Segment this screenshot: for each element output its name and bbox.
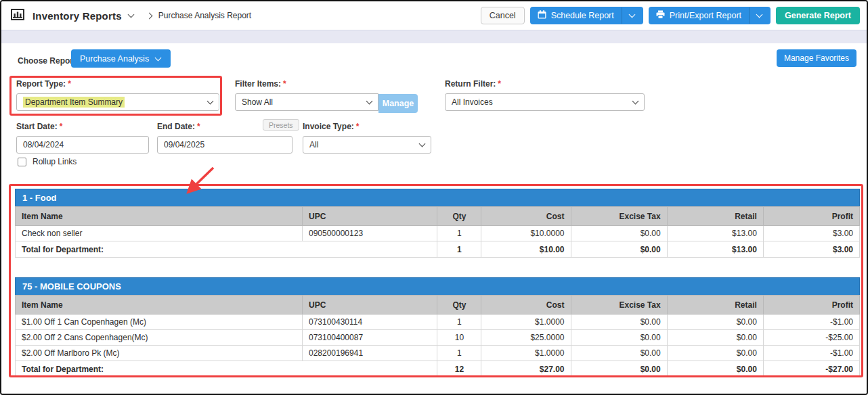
table-cell: -$1.00: [763, 346, 859, 361]
filter-items-select[interactable]: Show All: [235, 93, 378, 111]
generate-report-button[interactable]: Generate Report: [776, 7, 860, 24]
table-row: $2.00 Off Marlboro Pk (Mc)0282001969411$…: [16, 346, 860, 361]
column-header: Excise Tax: [571, 296, 667, 315]
column-header: Item Name: [16, 296, 303, 315]
total-label: Total for Department:: [16, 361, 437, 377]
table-cell: 1: [437, 226, 481, 241]
filter-items-value: Show All: [242, 97, 273, 107]
total-cell: $0.00: [571, 361, 667, 377]
department-table: Item NameUPCQtyCostExcise TaxRetailProfi…: [15, 295, 860, 377]
column-header: Profit: [763, 207, 859, 226]
required-marker: *: [197, 122, 200, 131]
column-header: Cost: [481, 207, 571, 226]
report-type-select[interactable]: Department Item Summary: [16, 93, 219, 111]
table-cell: 1: [437, 346, 481, 361]
report-picker-button[interactable]: Purchase Analysis: [71, 49, 171, 68]
invoice-type-select[interactable]: All: [303, 136, 431, 154]
table-cell: $0.00: [667, 330, 763, 346]
total-cell: 12: [437, 361, 481, 377]
department-total-row: Total for Department:12$27.00$0.00$0.00-…: [16, 361, 860, 377]
top-bar: Inventory Reports Purchase Analysis Repo…: [1, 1, 867, 30]
total-cell: $0.00: [667, 361, 763, 377]
department-section: 75 - MOBILE COUPONSItem NameUPCQtyCostEx…: [15, 277, 860, 377]
table-cell: 073100400087: [302, 330, 437, 346]
breadcrumb: Purchase Analysis Report: [158, 11, 251, 20]
table-cell: $1.0000: [481, 346, 571, 361]
chevron-down-icon[interactable]: [756, 11, 763, 18]
print-export-report-label: Print/Export Report: [670, 11, 741, 20]
table-cell: -$1.00: [763, 315, 859, 330]
page-title: Inventory Reports: [32, 10, 122, 22]
column-header: UPC: [302, 207, 437, 226]
total-cell: $13.00: [667, 241, 763, 258]
cancel-button[interactable]: Cancel: [481, 7, 525, 24]
app-window: Inventory Reports Purchase Analysis Repo…: [0, 0, 868, 395]
return-filter-select[interactable]: All Invoices: [445, 93, 645, 111]
department-total-row: Total for Department:1$10.00$0.00$13.00$…: [16, 241, 860, 258]
presets-button[interactable]: Presets: [263, 119, 299, 131]
report-picker-label: Purchase Analysis: [80, 54, 149, 64]
required-marker: *: [356, 122, 360, 131]
table-cell: $0.00: [571, 346, 667, 361]
calendar-icon: [538, 10, 546, 21]
required-marker: *: [498, 79, 501, 89]
table-row: $2.00 Off 2 Cans Copenhagen(Mc)073100400…: [16, 330, 860, 346]
column-header: Item Name: [16, 207, 303, 226]
invoice-type-field: Invoice Type:* All: [303, 122, 431, 154]
required-marker: *: [283, 79, 286, 89]
chevron-down-icon: [419, 141, 426, 147]
required-marker: *: [68, 79, 71, 89]
table-cell: $2.00 Off 2 Cans Copenhagen(Mc): [16, 330, 303, 346]
column-header: Qty: [437, 296, 481, 315]
invoice-type-value: All: [309, 140, 318, 149]
table-row: Check non seller0905000001231$10.0000$0.…: [16, 226, 860, 241]
breadcrumb-arrow-icon: [146, 12, 152, 19]
total-cell: $0.00: [571, 241, 667, 258]
schedule-report-label: Schedule Report: [551, 11, 614, 20]
rollup-links-label: Rollup Links: [32, 157, 77, 166]
total-cell: 1: [437, 241, 481, 258]
table-cell: $2.00 Off Marlboro Pk (Mc): [16, 346, 303, 361]
button-divider: [749, 7, 750, 24]
chevron-down-icon: [155, 54, 162, 61]
button-divider: [622, 7, 622, 24]
table-cell: $1.00 Off 1 Can Copenhagen (Mc): [16, 315, 303, 330]
table-cell: $1.0000: [481, 315, 571, 330]
table-cell: $0.00: [571, 226, 667, 241]
department-table: Item NameUPCQtyCostExcise TaxRetailProfi…: [15, 206, 860, 258]
table-cell: 1: [437, 315, 481, 330]
start-date-field: Start Date:*: [16, 122, 149, 154]
total-cell: $10.00: [481, 241, 571, 258]
report-form: Choose Report Purchase Analysis Manage F…: [1, 43, 867, 394]
end-date-input[interactable]: [157, 136, 292, 154]
filter-items-label: Filter Items:: [235, 79, 281, 89]
report-type-field: Report Type:* Department Item Summary: [16, 79, 219, 111]
table-cell: 090500000123: [302, 226, 437, 241]
column-header: UPC: [302, 296, 437, 315]
chevron-down-icon: [366, 98, 373, 105]
report-chart-icon: [11, 9, 24, 23]
return-filter-label: Return Filter:: [445, 79, 496, 89]
chevron-down-icon[interactable]: [628, 11, 635, 18]
report-type-label: Report Type:: [16, 79, 66, 89]
manage-filter-button[interactable]: Manage: [378, 94, 418, 113]
total-cell: $3.00: [763, 241, 859, 258]
start-date-input[interactable]: [16, 136, 149, 154]
table-cell: $0.00: [571, 330, 667, 346]
table-cell: $3.00: [763, 226, 859, 241]
return-filter-field: Return Filter:* All Invoices: [445, 79, 645, 111]
table-cell: -$25.00: [763, 330, 859, 346]
total-cell: -$27.00: [763, 361, 859, 377]
end-date-label: End Date:: [157, 122, 195, 131]
table-cell: 073100430114: [302, 315, 437, 330]
department-header: 1 - Food: [15, 189, 860, 206]
chevron-down-icon[interactable]: [127, 11, 134, 18]
required-marker: *: [60, 122, 63, 131]
invoice-type-label: Invoice Type:: [303, 122, 354, 131]
schedule-report-button[interactable]: Schedule Report: [530, 7, 643, 24]
print-export-report-button[interactable]: Print/Export Report: [649, 7, 771, 24]
rollup-links-checkbox[interactable]: [18, 158, 26, 166]
table-cell: $0.00: [571, 315, 667, 330]
report-type-value: Department Item Summary: [23, 97, 125, 108]
manage-favorites-button[interactable]: Manage Favorites: [777, 49, 856, 67]
